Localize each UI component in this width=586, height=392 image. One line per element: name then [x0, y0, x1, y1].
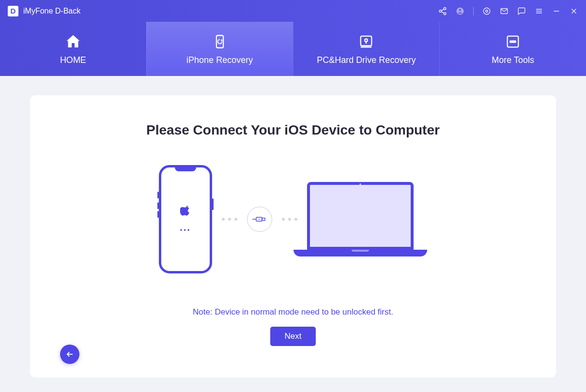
- nav-pc-recovery[interactable]: PC&Hard Drive Recovery: [293, 22, 440, 76]
- svg-line-4: [441, 9, 444, 10]
- svg-point-2: [444, 13, 446, 15]
- svg-point-22: [510, 41, 511, 42]
- svg-point-23: [512, 41, 513, 42]
- minimize-icon[interactable]: [552, 7, 561, 15]
- nav-more-label: More Tools: [492, 55, 534, 65]
- dot-icon: [282, 218, 285, 221]
- share-icon[interactable]: [438, 7, 447, 15]
- connect-illustration: •••: [159, 165, 427, 273]
- laptop-screen-icon: [307, 182, 414, 250]
- dot-icon: [288, 218, 291, 221]
- back-button[interactable]: [60, 345, 79, 364]
- home-icon: [64, 33, 82, 50]
- app-logo-letter: D: [11, 7, 16, 15]
- svg-line-3: [441, 12, 444, 13]
- nav-pc-label: PC&Hard Drive Recovery: [317, 55, 416, 65]
- usb-connector-icon: [247, 207, 272, 232]
- main-card: Please Connect Your iOS Device to Comput…: [30, 95, 556, 377]
- arrow-left-icon: [65, 350, 74, 359]
- menu-icon[interactable]: [535, 7, 543, 15]
- dot-icon: [222, 218, 225, 221]
- svg-point-8: [486, 10, 488, 12]
- titlebar: D iMyFone D-Back: [0, 0, 586, 22]
- svg-point-24: [514, 41, 516, 42]
- laptop-base-icon: [293, 250, 427, 256]
- dot-icon: [228, 218, 231, 221]
- page-title: Please Connect Your iOS Device to Comput…: [146, 122, 440, 138]
- close-icon[interactable]: [570, 7, 578, 15]
- laptop-illustration: [307, 182, 427, 256]
- more-icon: [504, 33, 522, 50]
- next-button[interactable]: Next: [270, 327, 316, 346]
- titlebar-right: [438, 7, 578, 15]
- dots-right: [282, 218, 297, 221]
- app-logo: D: [8, 6, 18, 16]
- svg-rect-27: [262, 218, 265, 221]
- svg-point-7: [483, 8, 490, 15]
- svg-rect-17: [361, 36, 372, 45]
- dots-left: [222, 218, 237, 221]
- svg-point-1: [439, 10, 442, 12]
- svg-point-18: [365, 39, 368, 42]
- nav-tabs: HOME iPhone Recovery PC&Hard Drive Recov…: [0, 22, 586, 76]
- nav-iphone-recovery[interactable]: iPhone Recovery: [146, 22, 293, 76]
- svg-point-0: [444, 7, 446, 10]
- unlock-note: Note: Device in normal mode need to be u…: [193, 307, 393, 317]
- titlebar-divider: [473, 7, 474, 15]
- app-title: iMyFone D-Back: [23, 7, 80, 15]
- account-icon[interactable]: [456, 7, 464, 15]
- nav-home[interactable]: HOME: [0, 22, 146, 76]
- settings-icon[interactable]: [482, 7, 491, 15]
- nav-more-tools[interactable]: More Tools: [439, 22, 586, 76]
- svg-point-6: [459, 9, 462, 11]
- content-wrapper: Please Connect Your iOS Device to Comput…: [0, 76, 586, 392]
- apple-icon: [180, 205, 191, 220]
- nav-iphone-label: iPhone Recovery: [186, 55, 253, 65]
- titlebar-left: D iMyFone D-Back: [8, 6, 80, 16]
- mail-icon[interactable]: [500, 7, 509, 15]
- phone-side-buttons-icon: [157, 192, 159, 198]
- dot-icon: [234, 218, 237, 221]
- dot-icon: [294, 218, 297, 221]
- drive-key-icon: [357, 33, 375, 50]
- phone-power-button-icon: [212, 198, 214, 210]
- nav-home-label: HOME: [60, 55, 86, 65]
- phone-loading-dots: •••: [180, 226, 191, 234]
- feedback-icon[interactable]: [517, 7, 526, 15]
- phone-refresh-icon: [211, 33, 229, 50]
- phone-illustration: •••: [159, 165, 212, 273]
